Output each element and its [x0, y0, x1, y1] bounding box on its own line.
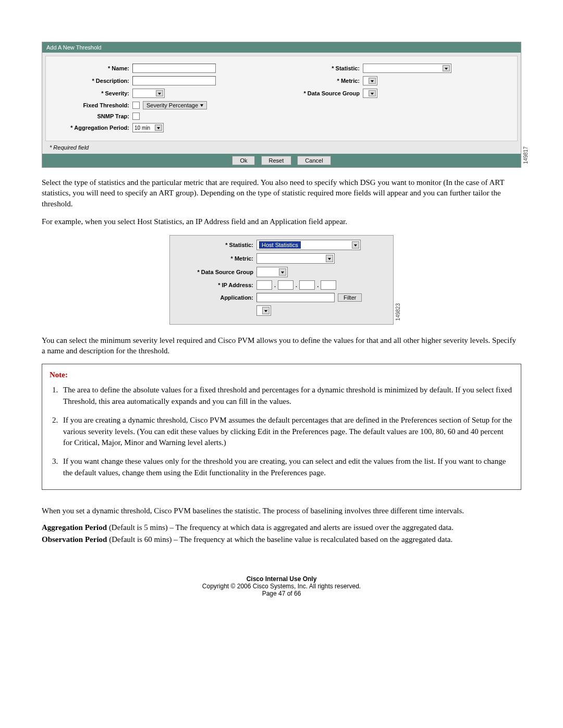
data-source-group-select[interactable] — [363, 89, 377, 98]
severity-percentage-button[interactable]: Severity Percentage — [143, 101, 207, 109]
severity-select[interactable] — [132, 89, 165, 98]
def-observation-text: (Default is 60 mins) – The frequency at … — [107, 535, 452, 544]
reset-button[interactable]: Reset — [261, 156, 292, 165]
label-application: Application: — [175, 294, 253, 301]
label-statistic-2: * Statistic: — [175, 242, 253, 248]
definitions: Aggregation Period (Default is 5 mins) –… — [42, 523, 521, 544]
name-input[interactable] — [132, 64, 216, 73]
figure-code-1: 149817 — [523, 146, 529, 164]
note-item-3: If you want change these values only for… — [60, 456, 513, 479]
note-item-2: If you are creating a dynamic threshold,… — [60, 415, 513, 449]
note-item-1: The area to define the absolute values f… — [60, 385, 513, 408]
paragraph-1: Select the type of statistics and the pa… — [42, 177, 521, 209]
ok-button[interactable]: Ok — [232, 156, 255, 165]
application-result-select[interactable] — [256, 305, 271, 316]
figure-add-threshold: Add A New Threshold * Name: * Descriptio… — [42, 42, 521, 168]
aggregation-period-select[interactable]: 10 min — [132, 123, 164, 132]
paragraph-2: For example, when you select Host Statis… — [42, 216, 521, 227]
chevron-down-icon — [200, 104, 203, 107]
note-heading: Note: — [50, 369, 513, 381]
label-name: * Name: — [53, 65, 129, 71]
footer-line-1: Cisco Internal Use Only — [42, 575, 521, 583]
label-dsg-2: * Data Source Group — [175, 269, 253, 275]
metric-select[interactable] — [363, 76, 377, 85]
def-aggregation-text: (Default is 5 mins) – The frequency at w… — [107, 523, 454, 532]
label-snmp-trap: SNMP Trap: — [53, 113, 129, 119]
ip-address-input[interactable]: . . . — [256, 280, 336, 290]
ip-octet-2[interactable] — [278, 280, 293, 290]
metric-select-2[interactable] — [256, 253, 335, 264]
label-severity: * Severity: — [53, 90, 129, 96]
ip-octet-1[interactable] — [256, 280, 272, 290]
ip-octet-3[interactable] — [299, 280, 315, 290]
aggregation-period-value: 10 min — [134, 125, 150, 131]
label-description: * Description: — [53, 78, 129, 84]
description-input[interactable] — [132, 76, 216, 85]
figure-host-statistics: * Statistic: Host Statistics * Metric: *… — [169, 235, 394, 325]
label-statistic: * Statistic: — [292, 65, 360, 71]
statistic-select-2[interactable]: Host Statistics — [256, 240, 361, 250]
label-metric-2: * Metric: — [175, 255, 253, 262]
button-bar: Ok Reset Cancel — [42, 154, 521, 167]
page-footer: Cisco Internal Use Only Copyright © 2006… — [42, 575, 521, 597]
cancel-button[interactable]: Cancel — [297, 156, 331, 165]
filter-button[interactable]: Filter — [338, 293, 362, 302]
def-aggregation-bold: Aggregation Period — [42, 523, 107, 532]
def-observation-bold: Observation Period — [42, 535, 107, 544]
statistic-select[interactable] — [363, 64, 451, 73]
statistic-value-2: Host Statistics — [259, 241, 301, 249]
dsg-select-2[interactable] — [256, 267, 288, 277]
label-metric: * Metric: — [292, 78, 360, 84]
label-fixed-threshold: Fixed Threshold: — [53, 102, 129, 108]
severity-percentage-label: Severity Percentage — [146, 102, 198, 108]
fixed-threshold-checkbox[interactable] — [132, 102, 140, 109]
snmp-trap-checkbox[interactable] — [132, 113, 140, 120]
paragraph-3: You can select the minimum severity leve… — [42, 335, 521, 356]
figure-code-2: 149823 — [395, 303, 401, 320]
note-box: Note: The area to define the absolute va… — [42, 364, 521, 490]
label-aggregation-period: * Aggregation Period: — [53, 125, 129, 131]
ip-octet-4[interactable] — [321, 280, 336, 290]
footer-line-2: Copyright © 2006 Cisco Systems, Inc. All… — [42, 583, 521, 590]
label-ip-address: * IP Address: — [175, 282, 253, 288]
label-data-source-group: * Data Source Group — [292, 90, 360, 96]
required-field-note: * Required field — [50, 144, 518, 151]
application-input[interactable] — [256, 293, 335, 302]
footer-line-3: Page 47 of 66 — [42, 590, 521, 597]
panel-title: Add A New Threshold — [42, 42, 521, 53]
paragraph-4: When you set a dynamic threshold, Cisco … — [42, 505, 521, 516]
